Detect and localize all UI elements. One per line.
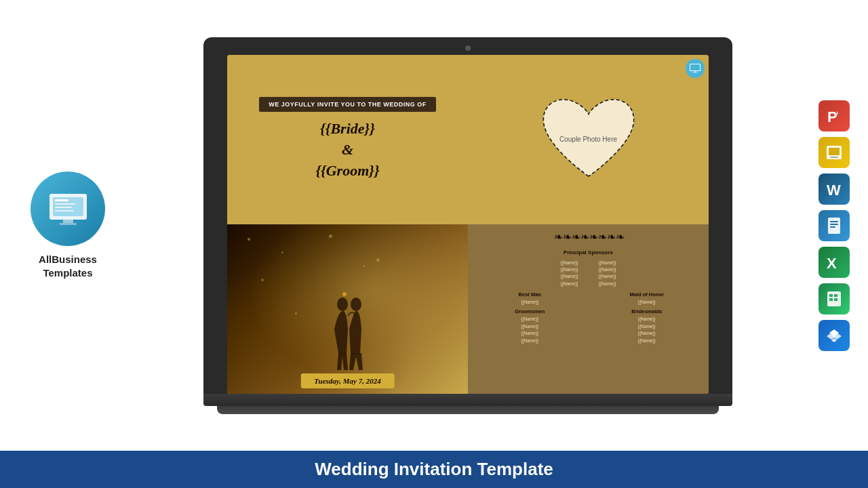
heart-container: Couple Photo Here: [528, 87, 650, 192]
svg-rect-30: [834, 298, 837, 301]
groomsmen-names: {{Name}}{{Name}}{{Name}}{{Name}}: [521, 316, 538, 344]
sponsor-1: {{Name}}{{Name}}{{Name}}{{Name}}: [560, 260, 578, 288]
best-man-title: Best Man: [519, 291, 541, 298]
dropbox-icon[interactable]: [818, 320, 850, 351]
bridesmaids-names: {{Name}}{{Name}}{{Name}}{{Name}}: [638, 316, 656, 344]
svg-rect-6: [63, 220, 73, 223]
svg-rect-28: [834, 294, 837, 297]
panel-bottom-left: Tuesday, May 7, 2024: [227, 224, 468, 394]
svg-point-13: [351, 298, 361, 311]
svg-rect-23: [830, 224, 838, 225]
groom-placeholder: {{Groom}}: [315, 162, 379, 179]
laptop-hinge: [203, 394, 732, 406]
panel-top-right: Couple Photo Here: [468, 55, 709, 224]
svg-text:X: X: [827, 255, 837, 272]
maid-of-honor-name: {{Name}}: [638, 299, 656, 306]
laptop-camera: [465, 45, 471, 51]
svg-rect-11: [692, 73, 698, 73]
svg-rect-2: [55, 199, 68, 201]
sponsors-title: Principal Sponsors: [564, 249, 613, 256]
groomsmen-title: Groomsmen: [515, 308, 545, 314]
wedding-photo-bg: Tuesday, May 7, 2024: [227, 224, 468, 394]
invite-banner: WE JOYFULLY INVITE YOU TO THE WEDDING OF: [259, 97, 436, 112]
role-section: Best Man {{Name}} Maid of Honor {{Name}}…: [475, 291, 702, 344]
word-icon[interactable]: W: [818, 174, 850, 205]
svg-rect-4: [55, 207, 72, 208]
bride-groom-names: {{Bride}} & {{Groom}}: [315, 119, 379, 181]
wedding-content: WE JOYFULLY INVITE YOU TO THE WEDDING OF…: [227, 55, 709, 394]
svg-rect-24: [830, 226, 835, 228]
svg-text:›: ›: [836, 109, 838, 117]
logo-area: AllBusiness Templates: [14, 171, 122, 279]
laptop-container: WE JOYFULLY INVITE YOU TO THE WEDDING OF…: [122, 37, 814, 414]
svg-point-12: [337, 298, 348, 311]
wedding-date: Tuesday, May 7, 2024: [300, 373, 394, 388]
google-slides-icon[interactable]: [818, 137, 850, 168]
laptop: WE JOYFULLY INVITE YOU TO THE WEDDING OF…: [203, 37, 732, 414]
powerpoint-icon[interactable]: P ›: [818, 100, 850, 131]
svg-text:W: W: [827, 182, 841, 199]
maid-of-honor-title: Maid of Honor: [630, 291, 664, 298]
google-sheets-icon[interactable]: [818, 283, 850, 314]
svg-text:❧ ❧ ❧ ❧ ❧ ❧ ❧ ❧: ❧ ❧ ❧ ❧ ❧ ❧ ❧ ❧: [554, 231, 625, 243]
svg-rect-27: [829, 294, 833, 297]
app-icons-panel: P › W X: [814, 100, 854, 351]
svg-rect-21: [828, 218, 840, 234]
bridesmaids-column: Bridesmaids {{Name}}{{Name}}{{Name}}{{Na…: [592, 308, 703, 344]
main-area: AllBusiness Templates WE JOYFULLY INVITE…: [0, 0, 868, 451]
brand-name: AllBusiness Templates: [39, 253, 97, 279]
bride-placeholder: {{Bride}}: [320, 120, 375, 137]
couple-photo-label: Couple Photo Here: [559, 136, 617, 143]
svg-rect-5: [55, 210, 74, 211]
svg-rect-10: [694, 71, 696, 73]
svg-rect-7: [60, 223, 77, 225]
svg-rect-29: [829, 298, 833, 301]
maid-of-honor-column: Maid of Honor {{Name}}: [592, 291, 703, 306]
laptop-top: WE JOYFULLY INVITE YOU TO THE WEDDING OF…: [203, 37, 732, 394]
small-brand-logo: [686, 59, 705, 78]
best-man-column: Best Man {{Name}}: [475, 291, 585, 306]
bridesmaids-title: Bridesmaids: [631, 308, 662, 314]
svg-rect-18: [829, 148, 840, 155]
panel-bottom-right: ❧ ❧ ❧ ❧ ❧ ❧ ❧ ❧ Principal Sponsors {{Nam…: [468, 224, 709, 394]
sponsors-grid: {{Name}}{{Name}}{{Name}}{{Name}} {{Name}…: [560, 260, 616, 288]
ornament-decoration: ❧ ❧ ❧ ❧ ❧ ❧ ❧ ❧: [521, 230, 656, 247]
ampersand: &: [342, 141, 353, 158]
svg-rect-3: [55, 203, 75, 205]
groomsmen-column: Groomsmen {{Name}}{{Name}}{{Name}}{{Name…: [475, 308, 585, 344]
panel-top-left: WE JOYFULLY INVITE YOU TO THE WEDDING OF…: [227, 55, 468, 224]
laptop-base: [217, 406, 719, 414]
bottom-title: Wedding Invitation Template: [0, 459, 868, 480]
svg-rect-19: [830, 157, 838, 158]
best-man-name: {{Name}}: [521, 299, 538, 306]
logo-circle: [31, 171, 105, 246]
sponsor-2: {{Name}}{{Name}}{{Name}}{{Name}}: [599, 260, 616, 288]
laptop-screen: WE JOYFULLY INVITE YOU TO THE WEDDING OF…: [227, 55, 709, 394]
google-docs-icon[interactable]: [818, 210, 850, 241]
bottom-bar: Wedding Invitation Template: [0, 451, 868, 488]
excel-icon[interactable]: X: [818, 247, 850, 278]
svg-rect-22: [830, 221, 838, 222]
svg-rect-9: [690, 64, 700, 70]
